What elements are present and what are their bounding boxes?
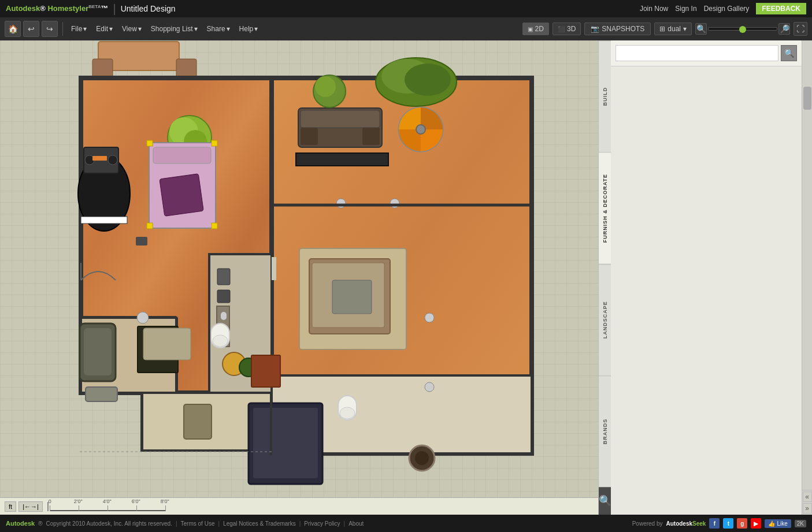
resize-handle-tr[interactable] [212,140,217,146]
shopping-list-menu[interactable]: Shopping List ▾ [147,23,201,35]
twitter-icon[interactable]: t [723,518,733,529]
scroll-track [802,40,812,490]
panel-search-button[interactable]: 🔍 [781,45,797,61]
collapse-down-button[interactable]: » [803,503,812,514]
legal-link[interactable]: Legal Notices & Trademarks [223,520,296,527]
footer-left: Autodesk® Copyright 2010 Autodesk, Inc. … [6,520,364,527]
panel-items-area [611,66,802,515]
svg-rect-13 [221,312,227,320]
toolbar-separator [62,22,63,36]
bed-pillow [153,147,211,163]
join-now-link[interactable]: Join Now [640,5,668,13]
design-gallery-link[interactable]: Design Gallery [704,5,750,13]
footer-sep4: | [344,520,346,527]
svg-point-10 [405,64,451,96]
powered-by-text: Powered by [632,520,663,527]
door-knob-3 [425,313,434,322]
undo-button[interactable]: ↩ [23,21,39,37]
svg-point-15 [213,335,228,347]
kitchen-appliance-1 [217,269,230,285]
ruler: ft |←→| 0 2'0" 4'0" 6'0" 8'0" [0,497,598,515]
svg-point-8 [416,125,425,134]
door-knob-2 [390,199,399,208]
bedside-item [136,237,147,245]
resize-handle-tl[interactable] [147,140,153,146]
toolbar-right: ▣ 2D ⬛ 3D 📷 SNAPSHOTS ⊞ dual ▾ 🔍 🔎 ⛶ [522,22,807,36]
svg-point-16 [340,407,355,419]
sidebar-scrollbar: « » [802,40,812,515]
tv-unit [296,153,388,166]
google-icon[interactable]: g [737,518,747,529]
content-area: ft |←→| 0 2'0" 4'0" 6'0" 8'0" BUILD FURN… [0,40,812,515]
door-knob-5 [137,312,149,323]
resize-handle-bl[interactable] [147,223,153,229]
home-button[interactable]: 🏠 [5,21,21,37]
bath-rug-small [143,328,191,360]
svg-point-11 [315,76,336,97]
wooden-cabinet [251,355,280,387]
panel-content-area: 🔍 [611,40,802,515]
zoom-controls: 🔍 🔎 [695,23,790,35]
zoom-slider[interactable] [708,27,777,31]
collapse-up-button[interactable]: « [803,492,812,502]
terms-link[interactable]: Terms of Use [181,520,215,527]
footer-autodesk: Autodesk [6,520,35,527]
topbar-left: Autodesk® HomestylerBETA™ | Untitled Des… [6,2,176,16]
logo-divider: | [113,2,116,16]
panel-search-input[interactable] [616,45,778,61]
unit-toggle-button[interactable]: ft [5,501,16,512]
facebook-icon[interactable]: f [709,518,720,529]
measure-button[interactable]: |←→| [18,501,43,512]
bed-cushion [160,174,203,217]
resize-handle-br[interactable] [212,223,217,229]
sidebar-search-icon-btn[interactable]: 🔍 [599,487,611,515]
zoom-in-button[interactable]: 🔎 [778,23,790,35]
landscape-tab[interactable]: LANDSCAPE [599,264,611,375]
view-2d-button[interactable]: ▣ 2D [522,23,549,35]
floorplan-svg [46,40,566,503]
about-link[interactable]: About [348,520,364,527]
door-knob-1 [336,199,346,208]
footer-sep2: | [218,520,220,527]
like-button[interactable]: 👍 Like [765,519,791,528]
file-menu[interactable]: File ▾ [68,23,90,35]
ottoman [184,404,212,439]
fullscreen-button[interactable]: ⛶ [794,22,807,36]
feedback-button[interactable]: FEEDBACK [756,3,806,14]
zoom-out-button[interactable]: 🔍 [695,23,707,35]
scroll-thumb[interactable] [803,87,811,110]
view-menu[interactable]: View ▾ [118,23,145,35]
brands-tab[interactable]: BRANDS [599,375,611,487]
privacy-link[interactable]: Privacy Policy [304,520,340,527]
zoom-thumb [739,26,746,33]
bath-wall-v [142,392,143,451]
toolbar: 🏠 ↩ ↪ File ▾ Edit ▾ View ▾ Shopping List… [0,17,812,40]
youtube-icon[interactable]: ▶ [751,518,761,529]
sign-in-link[interactable]: Sign In [675,5,696,13]
footer-copyright: Copyright 2010 Autodesk, Inc. All rights… [46,520,172,527]
dual-view-button[interactable]: ⊞ dual ▾ [654,23,692,35]
share-menu[interactable]: Share ▾ [203,23,233,35]
edit-menu[interactable]: Edit ▾ [92,23,116,35]
panel-search-bar: 🔍 [611,40,802,66]
footer: Autodesk® Copyright 2010 Autodesk, Inc. … [0,515,812,532]
design-title: Untitled Design [121,4,176,13]
svg-rect-2 [92,156,107,161]
redo-button[interactable]: ↪ [42,21,58,37]
canvas[interactable]: ft |←→| 0 2'0" 4'0" 6'0" 8'0" [0,40,598,515]
sidebar-tabs: BUILD FURNISH & DECORATE LANDSCAPE BRAND… [598,40,611,515]
right-sidebar-container: BUILD FURNISH & DECORATE LANDSCAPE BRAND… [598,40,812,515]
svg-rect-14 [84,328,112,375]
svg-point-1 [108,155,117,165]
app-logo: Autodesk® HomestylerBETA™ [6,4,108,13]
svg-rect-17 [253,408,318,478]
door-knob-4 [425,382,434,392]
svg-point-18 [415,451,429,465]
furnish-decorate-tab[interactable]: FURNISH & DECORATE [599,152,611,263]
help-menu[interactable]: Help ▾ [236,23,262,35]
build-tab[interactable]: BUILD [599,40,611,152]
beta-badge: BETA [88,4,101,9]
snapshots-button[interactable]: 📷 SNAPSHOTS [584,23,651,35]
svg-rect-6 [301,128,318,145]
view-3d-button[interactable]: ⬛ 3D [553,23,581,35]
